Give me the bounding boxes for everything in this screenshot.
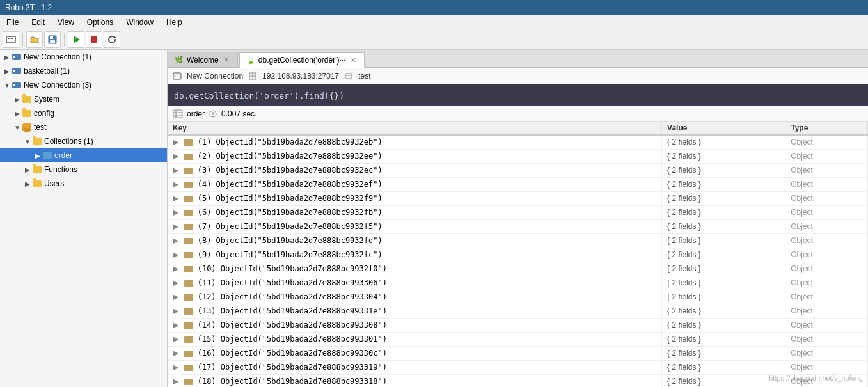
- value-text: { 2 fields }: [667, 152, 701, 161]
- menu-file[interactable]: File: [3, 17, 22, 28]
- result-time: 0.007 sec.: [221, 109, 256, 118]
- table-row[interactable]: ▶ (7) ObjectId("5bd19bada2d7e888bc9932f5…: [168, 219, 868, 233]
- key-text: (17) ObjectId("5bd19bada2d7e888bc993319"…: [198, 363, 387, 372]
- row-expand-icon[interactable]: ▶: [173, 278, 180, 287]
- row-expand-icon[interactable]: ▶: [173, 349, 180, 358]
- refresh-button[interactable]: [104, 31, 120, 48]
- menu-edit[interactable]: Edit: [28, 17, 49, 28]
- cell-type: Object: [785, 233, 868, 248]
- data-table: Key Value Type ▶ (1) ObjectId("5bd19bada…: [168, 122, 868, 387]
- cell-type: Object: [785, 304, 868, 318]
- sidebar-item-collections[interactable]: ▼ Collections (1): [0, 134, 167, 148]
- tab-close-welcome[interactable]: ✕: [222, 56, 231, 65]
- row-expand-icon[interactable]: ▶: [173, 208, 180, 217]
- menu-help[interactable]: Help: [162, 17, 186, 28]
- value-text: { 2 fields }: [667, 236, 701, 245]
- table-row[interactable]: ▶ (6) ObjectId("5bd19bada2d7e888bc9932fb…: [168, 205, 868, 219]
- sidebar-item-functions[interactable]: ▶ Functions: [0, 162, 167, 177]
- tab-close-query[interactable]: ✕: [349, 56, 358, 65]
- svg-rect-4: [50, 36, 53, 39]
- row-expand-icon[interactable]: ▶: [173, 180, 180, 189]
- svg-point-12: [13, 70, 15, 72]
- cell-value: { 2 fields }: [662, 290, 785, 304]
- tab-label: db.getCollection('order')···: [258, 56, 346, 65]
- cell-key: ▶ (15) ObjectId("5bd19bada2d7e888bc99330…: [168, 332, 662, 346]
- key-text: (13) ObjectId("5bd19bada2d7e888bc99331e"…: [198, 306, 387, 315]
- table-row[interactable]: ▶ (18) ObjectId("5bd19bada2d7e888bc99331…: [168, 374, 868, 387]
- row-icon: [184, 266, 193, 272]
- value-text: { 2 fields }: [667, 292, 701, 301]
- cell-type: Object: [785, 346, 868, 360]
- menu-bar: File Edit View Options Window Help: [0, 15, 868, 29]
- table-row[interactable]: ▶ (10) ObjectId("5bd19bada2d7e888bc9932f…: [168, 262, 868, 276]
- row-expand-icon[interactable]: ▶: [173, 166, 180, 175]
- table-row[interactable]: ▶ (9) ObjectId("5bd19bada2d7e888bc9932fc…: [168, 248, 868, 262]
- sidebar-item-new-connection-3[interactable]: ▼ New Connection (3): [0, 78, 167, 92]
- run-button[interactable]: [68, 31, 84, 48]
- type-text: Object: [791, 152, 813, 161]
- row-expand-icon[interactable]: ▶: [173, 306, 180, 315]
- cell-type: Object: [785, 248, 868, 262]
- tab-welcome[interactable]: 🌿 Welcome ✕: [168, 52, 238, 67]
- menu-options[interactable]: Options: [83, 17, 117, 28]
- row-expand-icon[interactable]: ▶: [173, 264, 180, 273]
- cell-key: ▶ (13) ObjectId("5bd19bada2d7e888bc99331…: [168, 304, 662, 318]
- table-row[interactable]: ▶ (8) ObjectId("5bd19bada2d7e888bc9932fd…: [168, 233, 868, 248]
- stop-button[interactable]: [86, 31, 102, 48]
- row-icon: [184, 336, 193, 343]
- sidebar-item-basketball[interactable]: ▶ basketball (1): [0, 64, 167, 78]
- sidebar-item-order[interactable]: ▶ order: [0, 148, 167, 162]
- row-expand-icon[interactable]: ▶: [173, 138, 180, 146]
- db-name: test: [358, 72, 370, 81]
- row-expand-icon[interactable]: ▶: [173, 335, 180, 344]
- menu-window[interactable]: Window: [122, 17, 157, 28]
- table-row[interactable]: ▶ (14) ObjectId("5bd19bada2d7e888bc99330…: [168, 318, 868, 332]
- row-expand-icon[interactable]: ▶: [173, 250, 180, 259]
- row-icon: [184, 196, 193, 202]
- row-expand-icon[interactable]: ▶: [173, 152, 180, 161]
- row-expand-icon[interactable]: ▶: [173, 222, 180, 231]
- value-text: { 2 fields }: [667, 208, 701, 217]
- connection-bar: New Connection 192.168.93.183:27017 test: [168, 68, 868, 84]
- title-text: Robo 3T - 1.2: [5, 3, 52, 12]
- row-expand-icon[interactable]: ▶: [173, 194, 180, 203]
- row-expand-icon[interactable]: ▶: [173, 320, 180, 329]
- cell-value: { 2 fields }: [662, 149, 785, 163]
- sidebar-item-system[interactable]: ▶ System: [0, 92, 167, 106]
- table-row[interactable]: ▶ (17) ObjectId("5bd19bada2d7e888bc99331…: [168, 360, 868, 374]
- new-connection-button[interactable]: [3, 31, 19, 48]
- sidebar-item-users[interactable]: ▶ Users: [0, 177, 167, 191]
- sidebar-item-test[interactable]: ▼ test: [0, 120, 167, 134]
- table-row[interactable]: ▶ (1) ObjectId("5bd19bada2d7e888bc9932eb…: [168, 135, 868, 149]
- type-text: Object: [791, 349, 813, 358]
- tab-bar: 🌿 Welcome ✕ 🍃 db.getCollection('order')·…: [168, 50, 868, 68]
- menu-view[interactable]: View: [54, 17, 78, 28]
- tab-query[interactable]: 🍃 db.getCollection('order')··· ✕: [239, 52, 365, 68]
- row-expand-icon[interactable]: ▶: [173, 363, 180, 372]
- folder-icon: [32, 164, 42, 175]
- table-row[interactable]: ▶ (5) ObjectId("5bd19bada2d7e888bc9932f9…: [168, 191, 868, 205]
- sidebar-item-new-connection-1[interactable]: ▶ New Connection (1): [0, 50, 167, 64]
- key-text: (4) ObjectId("5bd19bada2d7e888bc9932ef"): [198, 180, 383, 189]
- type-text: Object: [791, 363, 813, 372]
- row-expand-icon[interactable]: ▶: [173, 236, 180, 245]
- open-button[interactable]: [26, 31, 43, 48]
- sidebar-label: New Connection (3): [24, 81, 91, 90]
- row-expand-icon[interactable]: ▶: [173, 292, 180, 301]
- table-row[interactable]: ▶ (12) ObjectId("5bd19bada2d7e888bc99330…: [168, 290, 868, 304]
- sidebar-label: Collections (1): [44, 137, 93, 146]
- sidebar-label: basketball (1): [24, 67, 70, 75]
- table-row[interactable]: ▶ (2) ObjectId("5bd19bada2d7e888bc9932ee…: [168, 149, 868, 163]
- value-text: { 2 fields }: [667, 222, 701, 231]
- row-expand-icon[interactable]: ▶: [173, 377, 180, 386]
- table-row[interactable]: ▶ (16) ObjectId("5bd19bada2d7e888bc99330…: [168, 346, 868, 360]
- save-button[interactable]: [44, 31, 61, 48]
- table-row[interactable]: ▶ (13) ObjectId("5bd19bada2d7e888bc99331…: [168, 304, 868, 318]
- table-row[interactable]: ▶ (3) ObjectId("5bd19bada2d7e888bc9932ec…: [168, 163, 868, 177]
- clock-icon: [209, 109, 217, 118]
- toolbar-sep-2: [64, 33, 65, 46]
- table-row[interactable]: ▶ (15) ObjectId("5bd19bada2d7e888bc99330…: [168, 332, 868, 346]
- table-row[interactable]: ▶ (4) ObjectId("5bd19bada2d7e888bc9932ef…: [168, 177, 868, 191]
- sidebar-item-config[interactable]: ▶ config: [0, 106, 167, 120]
- table-row[interactable]: ▶ (11) ObjectId("5bd19bada2d7e888bc99330…: [168, 276, 868, 290]
